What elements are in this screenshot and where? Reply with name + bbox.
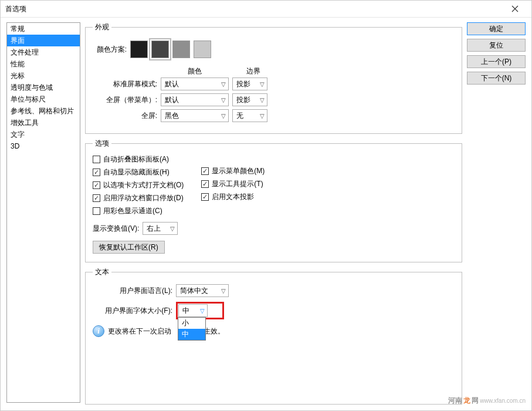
ui-font-size-label: 用户界面字体大小(F): <box>93 306 172 316</box>
sidebar-item-3d[interactable]: 3D <box>7 140 80 152</box>
reset-button[interactable]: 复位 <box>467 39 526 52</box>
ui-font-size-row: 用户界面字体大小(F): 中▽ 小 中 <box>93 302 455 319</box>
fullscreen-menu-color-select[interactable]: 默认▽ <box>161 93 229 106</box>
sidebar-item-file-handling[interactable]: 文件处理 <box>7 46 80 58</box>
category-sidebar[interactable]: 常规 界面 文件处理 性能 光标 透明度与色域 单位与标尺 参考线、网格和切片 … <box>6 22 80 403</box>
appearance-group: 外观 颜色方案: 颜色 边界 标准屏幕模式: <box>85 22 462 134</box>
options-grid: 自动折叠图标面板(A) 自动显示隐藏面板(H) 以选项卡方式打开文档(O) 启用… <box>93 154 455 216</box>
text-group: 文本 用户界面语言(L): 简体中文▽ 用户界面字体大小(F): 中▽ 小 中 <box>85 267 462 405</box>
sidebar-item-interface[interactable]: 界面 <box>7 35 80 46</box>
font-size-option-small[interactable]: 小 <box>178 318 205 329</box>
options-left-col: 自动折叠图标面板(A) 自动显示隐藏面板(H) 以选项卡方式打开文档(O) 启用… <box>93 154 184 216</box>
swatch-lightest[interactable] <box>194 41 211 58</box>
options-right-col: 显示菜单颜色(M) 显示工具提示(T) 启用文本投影 <box>201 154 265 216</box>
fullscreen-menu-row: 全屏（带菜单）: 默认▽ 投影▽ <box>93 93 455 106</box>
sidebar-item-performance[interactable]: 性能 <box>7 58 80 70</box>
options-group: 选项 自动折叠图标面板(A) 自动显示隐藏面板(H) 以选项卡方式打开文档(O)… <box>85 139 462 262</box>
fullscreen-border-select[interactable]: 无▽ <box>232 109 267 122</box>
transform-values-select[interactable]: 右上▽ <box>143 222 178 235</box>
restore-row: 恢复默认工作区(R) <box>93 241 455 254</box>
standard-screen-label: 标准屏幕模式: <box>93 79 157 89</box>
checkbox-icon <box>93 181 100 189</box>
chevron-down-icon: ▽ <box>200 308 205 314</box>
prev-button[interactable]: 上一个(P) <box>467 55 526 68</box>
check-auto-show-hidden[interactable]: 自动显示隐藏面板(H) <box>93 167 184 177</box>
ui-language-row: 用户界面语言(L): 简体中文▽ <box>93 284 455 297</box>
ok-button[interactable]: 确定 <box>467 22 526 35</box>
sidebar-item-general[interactable]: 常规 <box>7 23 80 35</box>
ui-language-label: 用户界面语言(L): <box>93 286 172 296</box>
ui-language-select[interactable]: 简体中文▽ <box>176 284 229 297</box>
chevron-down-icon: ▽ <box>221 113 226 119</box>
check-enable-text-shadow[interactable]: 启用文本投影 <box>201 192 265 202</box>
transform-values-label: 显示变换值(V): <box>93 224 139 234</box>
fullscreen-row: 全屏: 黑色▽ 无▽ <box>93 109 455 122</box>
check-show-tooltips[interactable]: 显示工具提示(T) <box>201 179 265 189</box>
swatch-light[interactable] <box>172 41 190 58</box>
sidebar-item-type[interactable]: 文字 <box>7 129 80 140</box>
checkbox-icon <box>201 167 209 175</box>
chevron-down-icon: ▽ <box>170 225 175 232</box>
sidebar-item-cursors[interactable]: 光标 <box>7 70 80 82</box>
checkbox-icon <box>93 194 100 202</box>
font-size-dropdown[interactable]: 小 中 <box>178 317 206 341</box>
chevron-down-icon: ▽ <box>221 81 226 87</box>
chevron-down-icon: ▽ <box>260 97 265 103</box>
sidebar-item-plugins[interactable]: 增效工具 <box>7 117 80 129</box>
restart-info-text: 更改将在下一次启动 p 时生效。 <box>108 326 225 336</box>
swatch-dark[interactable] <box>151 41 169 58</box>
transform-values-row: 显示变换值(V): 右上▽ <box>93 222 455 235</box>
fullscreen-menu-label: 全屏（带菜单）: <box>93 95 157 105</box>
checkbox-icon <box>93 207 100 215</box>
chevron-down-icon: ▽ <box>260 81 265 87</box>
checkbox-icon <box>201 180 209 188</box>
standard-border-select[interactable]: 投影▽ <box>232 78 267 90</box>
col-border-label: 边界 <box>236 66 271 76</box>
mode-column-headers: 颜色 边界 <box>161 66 455 76</box>
check-enable-floating-dock[interactable]: 启用浮动文档窗口停放(D) <box>93 193 184 203</box>
dialog-buttons: 确定 复位 上一个(P) 下一个(N) <box>467 22 526 405</box>
sidebar-item-guides[interactable]: 参考线、网格和切片 <box>7 105 80 117</box>
color-scheme-row: 颜色方案: <box>93 41 455 58</box>
preferences-window: 首选项 常规 界面 文件处理 性能 光标 透明度与色域 单位与标尺 参考线、网格… <box>0 0 532 411</box>
info-icon: i <box>93 325 104 337</box>
standard-screen-row: 标准屏幕模式: 默认▽ 投影▽ <box>93 78 455 90</box>
close-icon <box>511 5 519 12</box>
restart-info-row: i 更改将在下一次启动 p 时生效。 <box>93 325 455 337</box>
next-button[interactable]: 下一个(N) <box>467 72 526 85</box>
fullscreen-color-select[interactable]: 黑色▽ <box>161 109 229 122</box>
chevron-down-icon: ▽ <box>221 288 226 294</box>
watermark: 河南龙网 www.xfan.com.cn <box>448 396 526 406</box>
sidebar-item-transparency[interactable]: 透明度与色域 <box>7 82 80 93</box>
check-color-channels[interactable]: 用彩色显示通道(C) <box>93 206 184 216</box>
fullscreen-label: 全屏: <box>93 111 157 121</box>
standard-color-select[interactable]: 默认▽ <box>161 78 229 90</box>
appearance-legend: 外观 <box>93 22 111 32</box>
checkbox-icon <box>93 169 100 176</box>
options-legend: 选项 <box>93 139 111 149</box>
sidebar-item-units[interactable]: 单位与标尺 <box>7 93 80 105</box>
color-scheme-label: 颜色方案: <box>93 45 127 55</box>
color-scheme-swatches <box>130 41 211 58</box>
restore-workspace-button[interactable]: 恢复默认工作区(R) <box>93 241 165 254</box>
text-legend: 文本 <box>93 267 111 277</box>
dialog-body: 常规 界面 文件处理 性能 光标 透明度与色域 单位与标尺 参考线、网格和切片 … <box>1 18 531 410</box>
close-button[interactable] <box>503 1 527 17</box>
window-title: 首选项 <box>5 4 26 14</box>
chevron-down-icon: ▽ <box>260 113 265 119</box>
col-color-label: 颜色 <box>161 66 229 76</box>
fullscreen-menu-border-select[interactable]: 投影▽ <box>232 93 267 106</box>
chevron-down-icon: ▽ <box>221 97 226 103</box>
font-size-option-medium[interactable]: 中 <box>178 329 205 340</box>
check-open-as-tabs[interactable]: 以选项卡方式打开文档(O) <box>93 180 184 190</box>
main-panel: 外观 颜色方案: 颜色 边界 标准屏幕模式: <box>85 22 462 405</box>
swatch-darkest[interactable] <box>130 41 148 58</box>
titlebar: 首选项 <box>1 1 531 18</box>
check-auto-collapse[interactable]: 自动折叠图标面板(A) <box>93 154 184 164</box>
checkbox-icon <box>201 193 209 201</box>
checkbox-icon <box>93 156 100 163</box>
check-show-menu-colors[interactable]: 显示菜单颜色(M) <box>201 166 265 176</box>
ui-font-size-select[interactable]: 中▽ <box>178 304 208 317</box>
